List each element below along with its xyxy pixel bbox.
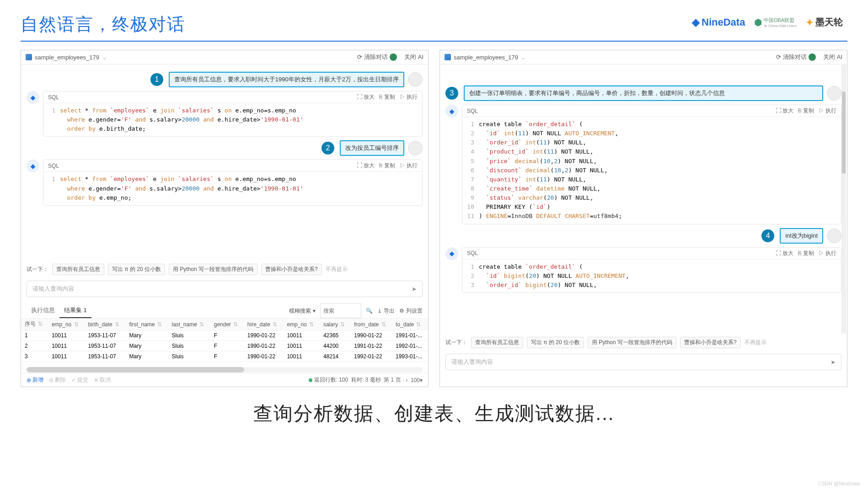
suggest-chip[interactable]: 用 Python 写一段冒泡排序的代码 <box>169 264 257 275</box>
delete-row-button[interactable]: ⊖ 删除 <box>49 376 66 384</box>
commit-button[interactable]: ✓ 提交 <box>71 376 88 384</box>
clear-chat-button[interactable]: ⟳ 清除对话 <box>357 53 388 61</box>
vertical-scrollbar[interactable] <box>841 64 846 334</box>
table-header[interactable]: hire_date ⇅ <box>244 319 284 330</box>
table-header[interactable]: first_name ⇅ <box>126 319 168 330</box>
chat-input[interactable]: 请输入查询内容 ➤ <box>445 354 841 370</box>
step-badge-4: 4 <box>761 229 774 242</box>
expand-button[interactable]: ⛶ 放大 <box>776 107 793 115</box>
no-hint-button[interactable]: 不再提示 <box>745 339 766 346</box>
db-name[interactable]: sample_employees_179 <box>35 54 99 61</box>
no-hint-button[interactable]: 不再提示 <box>326 266 348 273</box>
ai-avatar-icon: ◆ <box>445 247 458 260</box>
panel-header: sample_employees_179 ⌄ ⟳ 清除对话 关闭 AI <box>440 50 847 64</box>
table-row[interactable]: 2100111953-11-07MarySluisF1990-01-221001… <box>21 341 428 351</box>
page-prev-icon[interactable]: ‹ <box>402 377 404 383</box>
table-row[interactable]: 1100111953-11-07MarySluisF1990-01-221001… <box>21 330 428 341</box>
page-next-icon[interactable]: › <box>406 377 407 383</box>
run-button[interactable]: ▷ 执行 <box>400 162 418 170</box>
column-settings-button[interactable]: ⚙ 列设置 <box>399 303 423 318</box>
user-message-4: 4 int改为bigint <box>445 228 841 244</box>
table-cell: F <box>210 351 244 362</box>
table-cell: F <box>210 330 244 341</box>
run-button[interactable]: ▷ 执行 <box>400 93 418 101</box>
expand-button[interactable]: ⛶ 放大 <box>357 162 375 170</box>
close-ai-button[interactable]: 关闭 AI <box>404 53 423 61</box>
add-row-button[interactable]: ⊕ 新增 <box>27 376 43 384</box>
table-header[interactable]: from_date ⇅ <box>350 319 392 330</box>
suggest-chip[interactable]: 查询所有员工信息 <box>52 264 104 275</box>
table-cell: 1992-01-22 <box>350 351 392 362</box>
suggest-chip[interactable]: 曹操和小乔是啥关系? <box>261 264 322 275</box>
elapsed-time: 耗时: 3 毫秒 <box>351 376 381 384</box>
database-icon <box>445 54 451 60</box>
horizontal-scrollbar[interactable] <box>27 367 423 372</box>
ai-message-1: ◆ SQL ⛶ 放大 ⎘ 复制 ▷ 执行 1select * from `emp… <box>27 91 423 137</box>
copy-button[interactable]: ⎘ 复制 <box>798 107 814 115</box>
suggest-chip[interactable]: 查询所有员工信息 <box>471 337 523 348</box>
table-header[interactable]: birth_date ⇅ <box>84 319 125 330</box>
db-name[interactable]: sample_employees_179 <box>454 54 518 61</box>
run-button[interactable]: ▷ 执行 <box>819 107 836 115</box>
user-avatar <box>408 141 423 155</box>
table-header[interactable]: emp_no ⇅ <box>48 319 84 330</box>
expand-button[interactable]: ⛶ 放大 <box>357 93 375 101</box>
search-icon[interactable]: 🔍 <box>366 303 373 318</box>
run-button[interactable]: ▷ 执行 <box>819 250 836 257</box>
table-header[interactable]: salary ⇅ <box>320 319 350 330</box>
clear-chat-button[interactable]: ⟳ 清除对话 <box>776 53 807 61</box>
row-count: 返回行数: 100 <box>314 376 348 384</box>
table-cell: 1953-11-07 <box>84 330 125 341</box>
table-cell: Sluis <box>168 351 210 362</box>
table-cell: 1991-01-... <box>392 330 428 341</box>
sql-code-3: 1create table `order_detail` (2 `id` int… <box>462 117 841 224</box>
user-message-2: 2 改为按员工编号排序 <box>27 140 423 156</box>
copy-button[interactable]: ⎘ 复制 <box>798 250 814 257</box>
chat-input[interactable]: 请输入查询内容 ➤ <box>27 281 423 297</box>
table-header[interactable]: 序号 ⇅ <box>21 319 48 330</box>
table-cell: Sluis <box>168 341 210 351</box>
table-cell: Mary <box>126 341 168 351</box>
ai-badge-icon <box>809 53 816 61</box>
suggest-chip[interactable]: 写出 π 的 20 位小数 <box>108 264 165 275</box>
table-header[interactable]: emp_no ⇅ <box>283 319 319 330</box>
table-header[interactable]: gender ⇅ <box>210 319 244 330</box>
user-bubble: 创建一张订单明细表，要求有订单编号，商品编号，单价，折扣，数量，创建时间，状态几… <box>464 85 823 101</box>
table-cell: Mary <box>126 351 168 362</box>
table-cell: 1953-11-07 <box>84 341 125 351</box>
table-cell: 48214 <box>320 351 350 362</box>
table-cell: 1991-01-22 <box>350 341 392 351</box>
result-tabs: 执行信息 结果集 1 模糊搜索 ▾ 🔍 ⤓ 导出 ⚙ 列设置 <box>21 302 428 319</box>
suggest-chip[interactable]: 用 Python 写一段冒泡排序的代码 <box>588 337 676 348</box>
status-dot-icon <box>309 378 312 382</box>
cancel-button[interactable]: ✕ 取消 <box>94 376 111 384</box>
send-icon[interactable]: ➤ <box>412 286 417 292</box>
suggestion-bar: 试一下： 查询所有员工信息 写出 π 的 20 位小数 用 Python 写一段… <box>21 261 428 278</box>
tab-exec-info[interactable]: 执行信息 <box>27 303 59 318</box>
expand-button[interactable]: ⛶ 放大 <box>776 250 793 257</box>
ai-avatar-icon: ◆ <box>27 91 39 104</box>
chevron-down-icon[interactable]: ⌄ <box>521 54 526 61</box>
close-ai-button[interactable]: 关闭 AI <box>823 53 842 61</box>
suggest-chip[interactable]: 写出 π 的 20 位小数 <box>527 337 584 348</box>
page-size[interactable]: 100 <box>411 377 420 383</box>
copy-button[interactable]: ⎘ 复制 <box>379 162 395 170</box>
table-row[interactable]: 3100111953-11-07MarySluisF1990-01-221001… <box>21 351 428 362</box>
motian-logo: ✦墨天轮 <box>806 16 843 28</box>
copy-button[interactable]: ⎘ 复制 <box>379 93 395 101</box>
watermark: CSDN @NineData <box>818 481 860 486</box>
suggest-chip[interactable]: 曹操和小乔是啥关系? <box>680 337 741 348</box>
send-icon[interactable]: ➤ <box>830 359 836 366</box>
fuzzy-search-select[interactable]: 模糊搜索 ▾ <box>289 303 316 318</box>
sql-label: SQL <box>48 163 59 169</box>
tab-result-set[interactable]: 结果集 1 <box>59 303 91 318</box>
table-header[interactable]: to_date ⇅ <box>392 319 428 330</box>
table-cell: 1990-01-22 <box>350 330 392 341</box>
table-cell: 1 <box>21 330 48 341</box>
export-button[interactable]: ⤓ 导出 <box>377 303 395 318</box>
sql-code-4: 1create table `order_detail` (2 `id` big… <box>462 260 841 292</box>
search-input[interactable] <box>320 303 361 318</box>
table-header[interactable]: last_name ⇅ <box>168 319 210 330</box>
chevron-down-icon[interactable]: ⌄ <box>102 54 107 61</box>
page-label: 第 1 页 <box>384 376 401 384</box>
